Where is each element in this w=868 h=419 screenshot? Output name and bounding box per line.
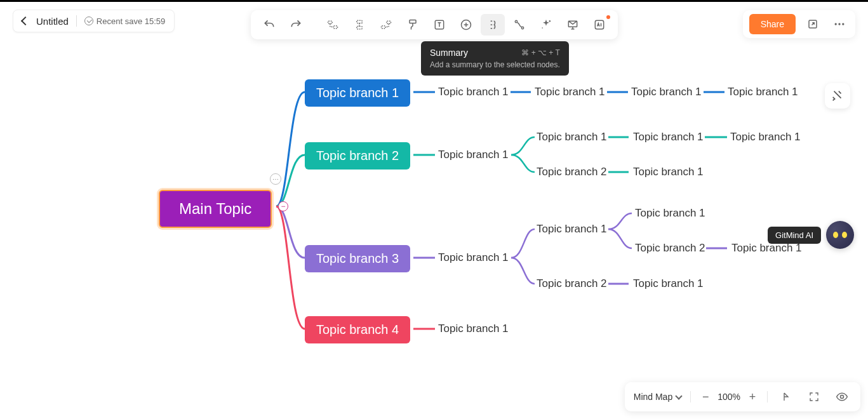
more-icon[interactable] [830,15,849,34]
ai-label: GitMind AI [768,227,821,244]
svg-rect-3 [356,27,361,29]
subtopic-button[interactable] [321,14,345,36]
leaf-node[interactable]: Topic branch 2 [537,277,607,290]
sibling-button[interactable] [347,14,371,36]
undo-button[interactable] [257,14,281,36]
svg-point-11 [549,20,551,22]
format-painter-button[interactable] [401,14,425,36]
svg-point-12 [542,27,543,29]
leaf-node[interactable]: Topic branch 1 [537,131,607,143]
svg-rect-2 [356,20,361,23]
chevron-down-icon [676,392,683,399]
style-panel-button[interactable] [825,83,850,109]
svg-rect-0 [328,21,332,23]
collapse-toggle[interactable]: − [278,201,288,211]
leaf-node[interactable]: Topic branch 1 [728,86,798,98]
divider [76,15,77,27]
share-button[interactable]: Share [749,14,796,34]
parent-topic-button[interactable] [374,14,398,36]
leaf-node[interactable]: Topic branch 1 [633,131,704,143]
ai-button[interactable] [587,14,611,36]
add-button[interactable] [454,14,478,36]
svg-point-10 [521,27,523,29]
preview-icon[interactable] [832,387,851,406]
leaf-node[interactable]: Topic branch 1 [635,207,705,220]
leaf-node[interactable]: Topic branch 1 [730,131,801,143]
save-text: Recent save 15:59 [97,17,165,26]
leaf-node[interactable]: Topic branch 1 [633,166,704,178]
right-actions: Share [743,10,855,38]
root-node[interactable]: Main Topic [159,190,272,228]
branch-label: Topic branch 2 [316,149,399,163]
bottom-status-bar: Mind Map − 100% + [625,382,860,411]
branch-label: Topic branch 3 [316,251,399,265]
svg-rect-4 [386,21,391,23]
branch-node[interactable]: Topic branch 3 [305,245,410,272]
summary-button[interactable] [481,14,505,36]
leaf-node[interactable]: Topic branch 1 [438,323,509,335]
leaf-node[interactable]: Topic branch 2 [537,166,607,178]
sparkle-button[interactable] [534,14,558,36]
open-external-icon[interactable] [803,15,822,34]
divider [690,391,691,402]
ai-assistant[interactable]: GitMind AI [768,221,854,249]
leaf-node[interactable]: Topic branch 1 [438,149,509,161]
redo-button[interactable] [284,14,308,36]
fullscreen-icon[interactable] [805,387,824,406]
svg-point-18 [842,23,844,25]
branch-node[interactable]: Topic branch 4 [305,316,410,343]
svg-rect-6 [410,20,416,23]
branch-label: Topic branch 4 [316,323,399,336]
doc-info-bar: Untitled Recent save 15:59 [13,10,175,32]
svg-point-17 [838,23,840,25]
svg-point-9 [515,20,517,22]
view-mode-select[interactable]: Mind Map [634,392,681,402]
view-mode-label: Mind Map [634,392,672,402]
save-status: Recent save 15:59 [84,17,165,26]
branch-node[interactable]: Topic branch 1 [305,79,410,107]
divider [767,391,768,402]
check-icon [84,17,93,25]
branch-node[interactable]: Topic branch 2 [305,142,410,170]
back-icon[interactable] [21,17,30,25]
main-toolbar [251,10,618,39]
text-button[interactable] [427,14,451,36]
cursor-mode-icon[interactable] [777,387,796,406]
zoom-controls: − 100% + [700,391,758,402]
svg-rect-1 [333,26,337,29]
node-menu-icon[interactable]: ⋯ [270,173,281,185]
svg-point-31 [841,396,844,399]
relationship-button[interactable] [507,14,531,36]
leaf-node[interactable]: Topic branch 1 [535,86,605,98]
leaf-node[interactable]: Topic branch 2 [635,242,705,255]
svg-point-16 [835,23,837,25]
leaf-node[interactable]: Topic branch 1 [537,223,607,236]
svg-rect-5 [381,26,385,29]
root-label: Main Topic [179,200,251,217]
document-title[interactable]: Untitled [36,16,69,27]
zoom-in-button[interactable]: + [747,391,758,402]
svg-rect-14 [595,20,603,29]
leaf-node[interactable]: Topic branch 1 [633,277,704,290]
mindmap-canvas[interactable]: Main Topic ⋯ − Topic branch 1 Topic bran… [0,40,868,381]
leaf-node[interactable]: Topic branch 1 [631,86,702,98]
presentation-button[interactable] [561,14,585,36]
ai-robot-icon[interactable] [826,221,854,249]
branch-label: Topic branch 1 [316,86,399,100]
zoom-out-button[interactable]: − [700,391,711,402]
zoom-level: 100% [718,392,740,402]
leaf-node[interactable]: Topic branch 1 [438,251,509,264]
leaf-node[interactable]: Topic branch 1 [438,86,509,98]
